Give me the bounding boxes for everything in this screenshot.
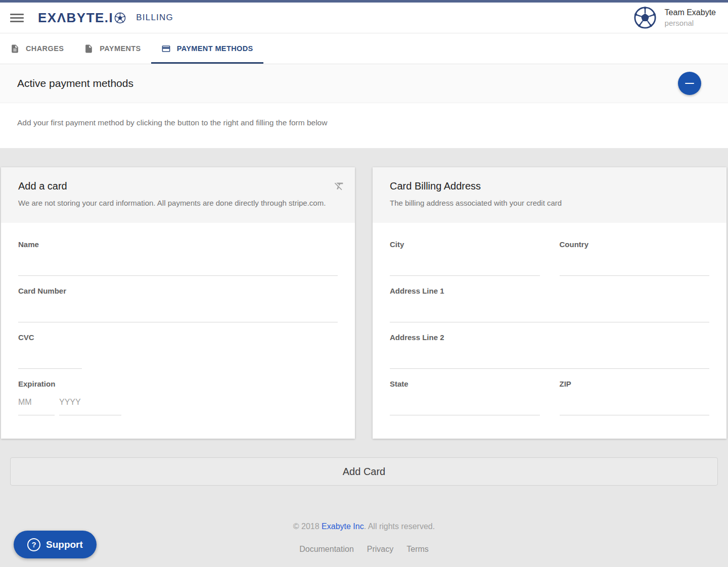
country-input[interactable]: Country [560,240,710,276]
soccer-ball-icon [114,12,126,24]
address-line-2-label: Address Line 2 [390,333,709,342]
add-card-subtitle: We are not storing your card information… [18,199,338,207]
logo-text: EXΛBYTE.I [38,10,113,26]
active-payment-methods-header: Active payment methods [0,64,728,103]
tab-charges[interactable]: CHARGES [0,33,74,64]
empty-state-hint: Add your first payment method by clickin… [0,103,728,148]
collapse-add-form-button[interactable] [678,72,701,95]
file-icon [84,44,94,54]
expiration-year-input[interactable]: YYYY [59,398,121,415]
exabyte-logo[interactable]: EXΛBYTE.I [38,10,126,26]
support-button-label: Support [46,539,83,550]
city-underline [390,275,540,276]
address-line-2-underline [390,368,709,369]
expiration-label: Expiration [18,380,338,389]
billing-address-title: Card Billing Address [390,180,709,192]
section-title: Active payment methods [17,77,133,89]
app-header: EXΛBYTE.I BILLING Team Exabyte personal [0,3,728,33]
question-circle-icon: ? [27,538,40,551]
team-type: personal [665,19,716,27]
zip-label: ZIP [560,380,710,389]
account-switcher[interactable]: Team Exabyte personal [633,6,716,29]
country-underline [560,275,710,276]
company-link[interactable]: Exabyte Inc [322,522,364,531]
name-underline [18,275,338,276]
footer-links: Documentation Privacy Terms [299,545,429,554]
cvc-label: CVC [18,333,338,342]
page-footer: © 2018 Exabyte Inc. All rights reserved.… [0,522,728,554]
footer-link-terms[interactable]: Terms [406,545,429,554]
add-card-button[interactable]: Add Card [10,457,718,486]
billing-address-subtitle: The billing address associated with your… [390,199,709,207]
footer-link-documentation[interactable]: Documentation [299,545,354,554]
add-card-button-label: Add Card [343,466,386,478]
address-line-1-input[interactable]: Address Line 1 [390,287,709,322]
mm-underline [18,415,55,415]
expiration-field: Expiration MM YYYY [18,380,338,415]
cvc-underline [18,368,82,369]
name-input[interactable]: Name [18,240,338,276]
tab-charges-label: CHARGES [26,44,64,53]
name-label: Name [18,240,338,249]
cvc-input[interactable]: CVC [18,333,338,369]
credit-card-icon [161,44,171,54]
tab-payments[interactable]: PAYMENTS [74,33,151,64]
copyright: © 2018 Exabyte Inc. All rights reserved. [0,522,728,531]
tab-payment-methods[interactable]: PAYMENT METHODS [151,33,263,64]
team-name: Team Exabyte [665,8,716,17]
format-clear-icon[interactable] [334,180,345,192]
address-line-1-label: Address Line 1 [390,287,709,296]
add-card-title: Add a card [18,180,338,192]
empty-state-text: Add your first payment method by clickin… [17,118,711,127]
country-label: Country [560,240,710,249]
minus-icon [685,83,694,84]
city-input[interactable]: City [390,240,540,276]
zip-input[interactable]: ZIP [560,380,710,415]
address-line-1-underline [390,322,709,322]
payment-form-area: Add a card We are not storing your card … [0,148,728,554]
document-lines-icon [10,44,20,54]
card-number-label: Card Number [18,287,338,296]
billing-address-panel: Card Billing Address The billing address… [373,167,726,439]
card-number-input[interactable]: Card Number [18,287,338,322]
card-number-underline [18,322,338,322]
yyyy-placeholder: YYYY [59,398,121,408]
team-avatar-soccer-ball-icon [633,6,657,29]
tab-payments-label: PAYMENTS [100,44,141,53]
state-input[interactable]: State [390,380,540,415]
page-title: BILLING [136,13,173,23]
expiration-month-input[interactable]: MM [18,398,55,415]
menu-icon[interactable] [10,14,24,22]
billing-tabs: CHARGES PAYMENTS PAYMENT METHODS [0,33,728,64]
address-line-2-input[interactable]: Address Line 2 [390,333,709,369]
add-card-panel: Add a card We are not storing your card … [1,167,355,439]
state-underline [390,415,540,415]
footer-link-privacy[interactable]: Privacy [367,545,393,554]
mm-placeholder: MM [18,398,55,408]
state-label: State [390,380,540,389]
city-label: City [390,240,540,249]
tab-payment-methods-label: PAYMENT METHODS [177,44,253,53]
yyyy-underline [59,415,121,415]
support-button[interactable]: ? Support [14,531,97,558]
zip-underline [560,415,710,415]
